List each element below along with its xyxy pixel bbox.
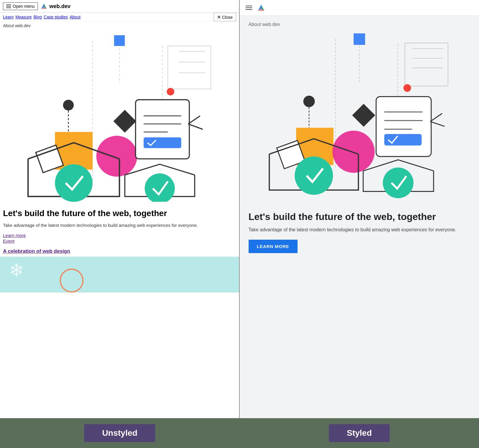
- orange-circle-decoration: [60, 269, 84, 292]
- svg-line-50: [430, 113, 442, 121]
- svg-rect-45: [376, 97, 431, 157]
- hero-title-unstyled: Let's build the future of the web, toget…: [0, 205, 239, 220]
- styled-header: [240, 0, 479, 16]
- svg-rect-49: [384, 134, 421, 146]
- svg-point-25: [55, 164, 93, 202]
- svg-point-17: [167, 88, 174, 96]
- styled-label: Styled: [329, 424, 390, 442]
- svg-point-26: [145, 173, 175, 202]
- svg-point-52: [295, 156, 333, 195]
- menu-button[interactable]: Open menu: [3, 2, 38, 10]
- svg-point-38: [303, 96, 315, 107]
- close-x-icon: ✕: [217, 14, 221, 20]
- celebration-link-container: A celebration of web design: [0, 246, 239, 257]
- svg-point-53: [383, 167, 413, 198]
- svg-point-42: [332, 131, 375, 173]
- hero-illustration-styled: [254, 30, 465, 203]
- svg-line-51: [430, 121, 444, 126]
- nav-about[interactable]: About: [70, 15, 81, 19]
- celebration-link[interactable]: A celebration of web design: [3, 248, 70, 254]
- labels-row: Unstyled Styled: [0, 418, 479, 448]
- about-label-styled: About web.dev: [240, 16, 479, 30]
- nav-measure[interactable]: Measure: [16, 15, 32, 19]
- svg-rect-41: [352, 104, 375, 127]
- nav-learn[interactable]: Learn: [3, 15, 14, 19]
- event-link[interactable]: Event: [3, 238, 236, 244]
- snowflake-decoration: ❄: [9, 260, 24, 281]
- svg-rect-22: [144, 137, 181, 148]
- svg-line-23: [188, 116, 200, 124]
- label-unstyled-container: Unstyled: [0, 418, 240, 448]
- hero-illustration-unstyled: [12, 30, 227, 203]
- svg-point-44: [403, 84, 411, 92]
- close-label: Close: [222, 15, 233, 19]
- about-label-unstyled: About web.dev: [0, 21, 239, 30]
- svg-rect-10: [114, 35, 125, 46]
- styled-hamburger-icon[interactable]: [246, 6, 252, 10]
- unstyled-label: Unstyled: [84, 424, 155, 442]
- hero-title-styled: Let's build the future of the web, toget…: [240, 208, 479, 226]
- links-unstyled: Learn more Event: [0, 230, 239, 246]
- label-styled-container: Styled: [240, 418, 479, 448]
- hero-desc-unstyled: Take advantage of the latest modern tech…: [0, 220, 239, 231]
- bottom-preview: ❄: [0, 257, 239, 292]
- nav-blog[interactable]: Blog: [33, 15, 42, 19]
- svg-rect-9: [168, 46, 211, 89]
- menu-button-label: Open menu: [13, 4, 35, 9]
- site-name: web.dev: [49, 3, 70, 10]
- svg-rect-14: [113, 110, 136, 133]
- svg-point-15: [96, 136, 137, 177]
- learn-more-link[interactable]: Learn more: [3, 233, 236, 238]
- close-button[interactable]: ✕ Close: [214, 13, 236, 21]
- unstyled-panel: Open menu web.dev Learn Measure Blog Cas…: [0, 0, 240, 418]
- svg-rect-18: [135, 100, 189, 159]
- svg-point-11: [63, 100, 74, 110]
- styled-panel: About web.dev: [240, 0, 479, 418]
- logo-icon: [40, 3, 47, 10]
- unstyled-header: Open menu web.dev: [0, 0, 239, 13]
- svg-rect-36: [405, 43, 448, 86]
- svg-line-24: [188, 124, 203, 129]
- learn-more-button[interactable]: LEARN MORE: [249, 240, 298, 253]
- styled-logo-icon: [257, 4, 265, 12]
- site-logo: web.dev: [40, 3, 70, 10]
- nav-case-studies[interactable]: Case studies: [44, 15, 68, 19]
- nav-links-bar: Learn Measure Blog Case studies About ✕ …: [0, 13, 239, 21]
- hero-desc-styled: Take advantage of the latest modern tech…: [240, 226, 479, 240]
- hamburger-icon: [6, 4, 11, 8]
- svg-rect-37: [353, 33, 365, 45]
